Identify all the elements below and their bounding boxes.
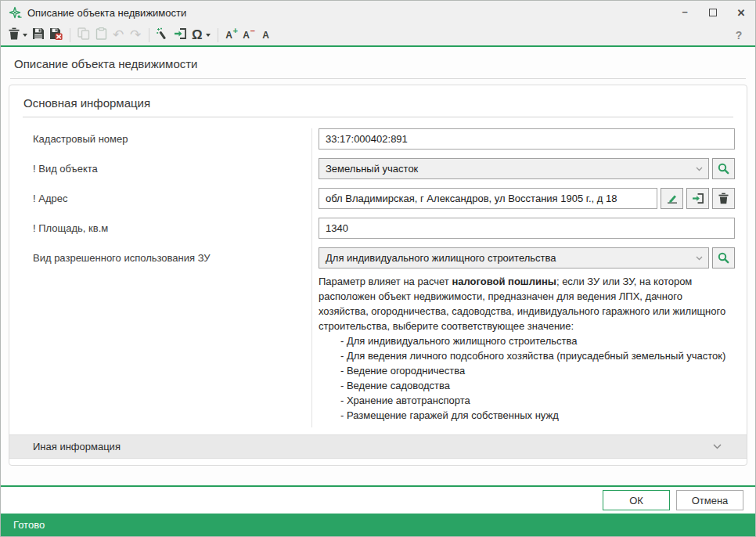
undo-button[interactable]: ↶	[110, 26, 127, 44]
other-info-title: Иная информация	[33, 441, 121, 452]
hint-option: - Размещение гаражей для собственных нуж…	[319, 408, 734, 423]
insert-button[interactable]	[171, 26, 189, 44]
dropdown-caret-icon	[206, 34, 211, 37]
magic-wand-icon	[157, 27, 169, 43]
maximize-icon	[709, 9, 717, 16]
insert-into-icon	[692, 193, 704, 204]
help-button[interactable]: ?	[730, 26, 747, 44]
permitted-use-hint: Параметр влияет на расчет налоговой пошл…	[312, 268, 747, 427]
delete-button[interactable]	[6, 26, 30, 44]
object-type-search-button[interactable]	[712, 158, 735, 179]
window-title: Описание объекта недвижимости	[27, 7, 671, 19]
close-button[interactable]: ✕	[727, 1, 755, 24]
ok-button[interactable]: ОК	[603, 490, 670, 510]
maximize-button[interactable]	[699, 1, 727, 24]
title-bar: Описание объекта недвижимости – ✕	[1, 1, 755, 24]
hint-option: - Для индивидуального жилищного строител…	[319, 333, 734, 348]
trash-icon	[9, 27, 20, 43]
address-open-button[interactable]	[686, 188, 709, 209]
save-and-close-button[interactable]	[47, 26, 65, 44]
save-button[interactable]	[30, 26, 47, 44]
object-type-value: Земельный участок	[326, 163, 418, 175]
special-symbol-button[interactable]: Ω	[189, 26, 213, 44]
redo-icon: ↷	[130, 28, 141, 41]
chevron-down-icon	[696, 167, 703, 171]
font-decrease-button[interactable]: А–	[240, 26, 257, 44]
content-area: Описание объекта недвижимости Основная и…	[1, 47, 755, 485]
undo-icon: ↶	[113, 28, 124, 41]
font-increase-icon: А+	[225, 31, 237, 40]
page-title: Описание объекта недвижимости	[10, 47, 746, 79]
status-text: Готово	[13, 519, 45, 531]
omega-icon: Ω	[192, 28, 203, 41]
font-decrease-icon: А–	[243, 31, 254, 40]
close-icon: ✕	[737, 7, 746, 19]
hint-option: - Хранение автотранспорта	[319, 393, 734, 408]
toolbar-separator	[70, 28, 70, 42]
minimize-button[interactable]: –	[671, 1, 699, 24]
area-label: ! Площадь, кв.м	[9, 218, 312, 239]
main-info-card: Основная информация Кадастровый номер ! …	[9, 85, 747, 466]
copy-button[interactable]	[75, 26, 92, 44]
address-input[interactable]	[319, 188, 657, 209]
permitted-use-search-button[interactable]	[712, 247, 735, 268]
cadastral-number-label: Кадастровый номер	[9, 128, 312, 150]
font-default-icon: А	[262, 31, 269, 40]
cadastral-number-input[interactable]	[319, 128, 735, 150]
search-icon	[718, 252, 729, 264]
app-icon	[8, 5, 22, 20]
object-type-combobox[interactable]: Земельный участок	[319, 158, 709, 179]
pencil-icon	[667, 193, 678, 204]
magic-wand-button[interactable]	[154, 26, 171, 44]
hint-option: - Для ведения личного подсобного хозяйст…	[319, 348, 734, 363]
dialog-window: Описание объекта недвижимости – ✕	[0, 0, 756, 537]
address-delete-button[interactable]	[712, 188, 735, 209]
insert-into-icon	[174, 27, 187, 43]
permitted-use-label: Вид разрешенного использования ЗУ	[9, 247, 312, 268]
hint-option: - Ведение огородничества	[319, 363, 734, 378]
address-label: ! Адрес	[9, 188, 312, 209]
hint-left-spacer	[9, 268, 312, 427]
help-icon: ?	[736, 29, 743, 41]
save-close-icon	[49, 27, 63, 43]
minimize-icon: –	[682, 5, 687, 17]
paste-button[interactable]	[92, 26, 110, 44]
area-input[interactable]	[319, 218, 735, 239]
cancel-button[interactable]: Отмена	[676, 490, 743, 510]
permitted-use-value: Для индивидуального жилищного строительс…	[326, 252, 556, 264]
toolbar-separator	[149, 28, 149, 42]
font-increase-button[interactable]: А+	[223, 26, 240, 44]
footer-button-bar: ОК Отмена	[1, 487, 755, 514]
font-default-button[interactable]: А	[257, 26, 275, 44]
toolbar: ↶ ↷	[1, 24, 755, 45]
form-grid: Кадастровый номер ! Вид объекта Земельны…	[9, 117, 747, 427]
redo-button[interactable]: ↷	[127, 26, 144, 44]
section-title-main: Основная информация	[9, 85, 747, 117]
toolbar-separator	[218, 28, 218, 42]
chevron-down-icon	[713, 444, 722, 449]
permitted-use-combobox[interactable]: Для индивидуального жилищного строительс…	[319, 247, 709, 268]
hint-option: - Ведение садоводства	[319, 378, 734, 393]
dropdown-caret-icon	[23, 34, 27, 37]
copy-icon	[77, 27, 90, 43]
paste-icon	[95, 27, 107, 43]
address-edit-button[interactable]	[661, 188, 683, 209]
status-bar: Готово	[1, 514, 755, 536]
save-icon	[32, 27, 45, 43]
trash-icon	[718, 193, 729, 204]
chevron-down-icon	[696, 256, 703, 261]
search-icon	[718, 163, 729, 175]
object-type-label: ! Вид объекта	[9, 158, 312, 179]
other-info-section-header[interactable]: Иная информация	[9, 434, 747, 459]
